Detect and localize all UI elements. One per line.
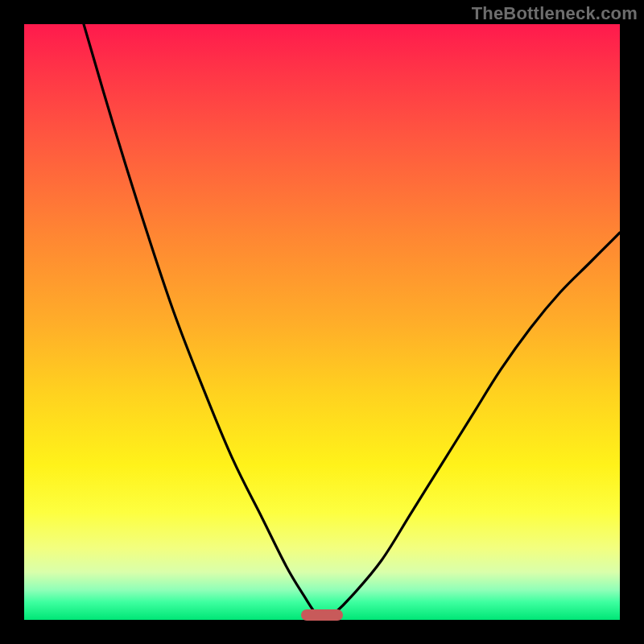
left-curve-path: [84, 24, 325, 620]
right-curve-path: [325, 233, 620, 620]
plot-area: [24, 24, 620, 620]
watermark-text: TheBottleneck.com: [472, 3, 638, 24]
bottleneck-curves: [24, 24, 620, 620]
optimal-marker: [301, 609, 343, 621]
